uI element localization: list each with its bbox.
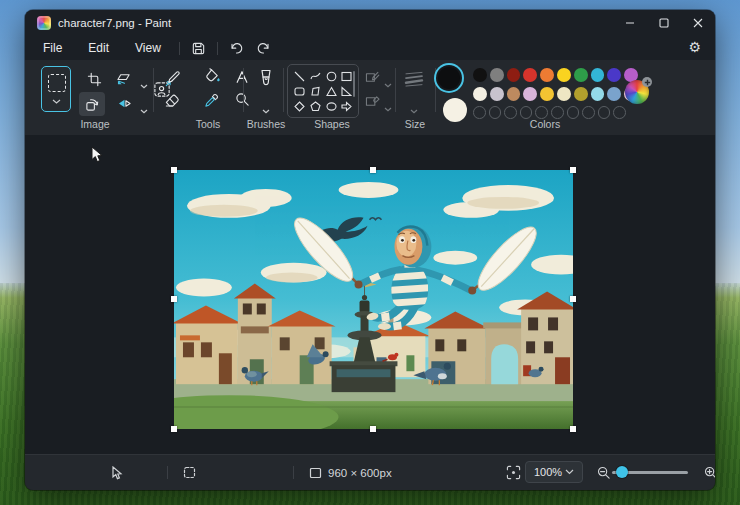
canvas-size-text: 960 × 600px — [328, 467, 392, 479]
palette-swatch[interactable] — [523, 68, 537, 82]
toolbar-separator — [435, 68, 436, 112]
shape-rectangle[interactable] — [340, 70, 353, 83]
palette-swatch[interactable] — [574, 68, 588, 82]
palette-row-2 — [473, 87, 638, 101]
canvas-image[interactable] — [174, 170, 573, 429]
palette-swatch[interactable] — [607, 68, 621, 82]
shape-right-triangle[interactable] — [340, 85, 353, 98]
magnifier-button[interactable] — [232, 89, 252, 109]
fill-button[interactable] — [203, 66, 223, 86]
toolbar-separator — [243, 68, 244, 112]
selection-handle-middle-right[interactable] — [570, 296, 576, 302]
redo-button[interactable] — [250, 39, 277, 58]
cursor-position-indicator — [111, 455, 123, 490]
crop-button[interactable] — [83, 68, 105, 90]
palette-swatch[interactable] — [540, 68, 554, 82]
selection-handle-bottom-left[interactable] — [171, 426, 177, 432]
shape-arrow[interactable] — [340, 100, 353, 113]
shape-triangle[interactable] — [325, 85, 338, 98]
maximize-button[interactable] — [647, 10, 681, 36]
settings-button[interactable]: ⚙ — [682, 37, 707, 57]
close-button[interactable] — [681, 10, 715, 36]
flip-button[interactable] — [113, 93, 135, 113]
statusbar: 960 × 600px 100% — [25, 454, 715, 490]
palette-swatch[interactable] — [557, 87, 571, 101]
shape-pentagon[interactable] — [309, 100, 322, 113]
edit-colors-button[interactable] — [625, 80, 649, 104]
palette-swatch[interactable] — [523, 87, 537, 101]
zoom-slider[interactable] — [612, 471, 688, 474]
zoom-level-dropdown[interactable]: 100% — [525, 461, 583, 483]
palette-swatch[interactable] — [557, 68, 571, 82]
undo-button[interactable] — [223, 39, 250, 58]
palette-empty-slot[interactable] — [535, 106, 548, 119]
palette-empty-slot[interactable] — [613, 106, 626, 119]
palette-swatch[interactable] — [540, 87, 554, 101]
resize-skew-button[interactable] — [113, 68, 135, 90]
canvas-size-icon — [309, 467, 322, 479]
selection-handle-top-left[interactable] — [171, 167, 177, 173]
text-button[interactable] — [232, 67, 252, 87]
shape-outline-button[interactable] — [362, 68, 382, 86]
shape-diamond[interactable] — [293, 100, 306, 113]
shape-polygon[interactable] — [309, 85, 322, 98]
select-tool-button[interactable] — [41, 66, 71, 112]
palette-empty-slot[interactable] — [520, 106, 533, 119]
palette-empty-slot[interactable] — [598, 106, 611, 119]
palette-swatch[interactable] — [607, 87, 621, 101]
fill-icon — [205, 68, 221, 84]
fit-to-screen-button[interactable] — [500, 455, 527, 490]
palette-swatch[interactable] — [591, 68, 605, 82]
eraser-button[interactable] — [162, 90, 182, 110]
palette-empty-slot[interactable] — [551, 106, 564, 119]
shape-oval[interactable] — [325, 100, 338, 113]
shapes-scrollbar[interactable] — [353, 71, 355, 97]
shape-fill-button[interactable] — [362, 92, 382, 110]
shape-rounded-rectangle[interactable] — [293, 85, 306, 98]
brush-icon — [258, 69, 274, 91]
palette-empty-slot[interactable] — [582, 106, 595, 119]
color2-swatch[interactable] — [443, 98, 467, 122]
palette-empty-slot[interactable] — [489, 106, 502, 119]
palette-swatch[interactable] — [574, 87, 588, 101]
palette-swatch[interactable] — [490, 68, 504, 82]
color-picker-button[interactable] — [201, 90, 221, 110]
canvas-size-indicator: 960 × 600px — [309, 455, 392, 490]
palette-empty-slot[interactable] — [504, 106, 517, 119]
shape-line[interactable] — [293, 70, 306, 83]
brushes-button[interactable] — [253, 66, 279, 94]
menu-edit[interactable]: Edit — [78, 38, 119, 58]
statusbar-separator — [293, 466, 294, 479]
menu-view[interactable]: View — [125, 38, 171, 58]
palette-empty-slot[interactable] — [473, 106, 486, 119]
palette-swatch[interactable] — [507, 68, 521, 82]
pencil-button[interactable] — [163, 67, 183, 87]
selection-handle-top-center[interactable] — [370, 167, 376, 173]
menu-file[interactable]: File — [33, 38, 72, 58]
paint-window: character7.png - Paint File Edit View — [25, 10, 715, 490]
selection-handle-middle-left[interactable] — [171, 296, 177, 302]
palette-swatch[interactable] — [473, 87, 487, 101]
save-button[interactable] — [185, 39, 212, 58]
palette-swatch[interactable] — [473, 68, 487, 82]
zoom-slider-thumb[interactable] — [616, 466, 628, 478]
palette-swatch[interactable] — [490, 87, 504, 101]
palette-swatch[interactable] — [507, 87, 521, 101]
shape-curve[interactable] — [309, 70, 322, 83]
fit-to-screen-icon — [506, 465, 521, 480]
minimize-button[interactable] — [613, 10, 647, 36]
selection-handle-top-right[interactable] — [570, 167, 576, 173]
rotate-button[interactable] — [79, 92, 105, 116]
palette-empty-slot[interactable] — [567, 106, 580, 119]
undo-icon — [229, 41, 244, 56]
color1-swatch[interactable] — [438, 67, 460, 89]
selection-handle-bottom-right[interactable] — [570, 426, 576, 432]
maximize-icon — [659, 18, 669, 28]
zoom-in-button[interactable] — [698, 455, 715, 490]
palette-swatch[interactable] — [591, 87, 605, 101]
line-size-icon — [404, 71, 424, 87]
shape-ellipse[interactable] — [325, 70, 338, 83]
selection-handle-bottom-center[interactable] — [370, 426, 376, 432]
size-button[interactable] — [401, 68, 427, 90]
toolbar-separator — [283, 68, 284, 112]
